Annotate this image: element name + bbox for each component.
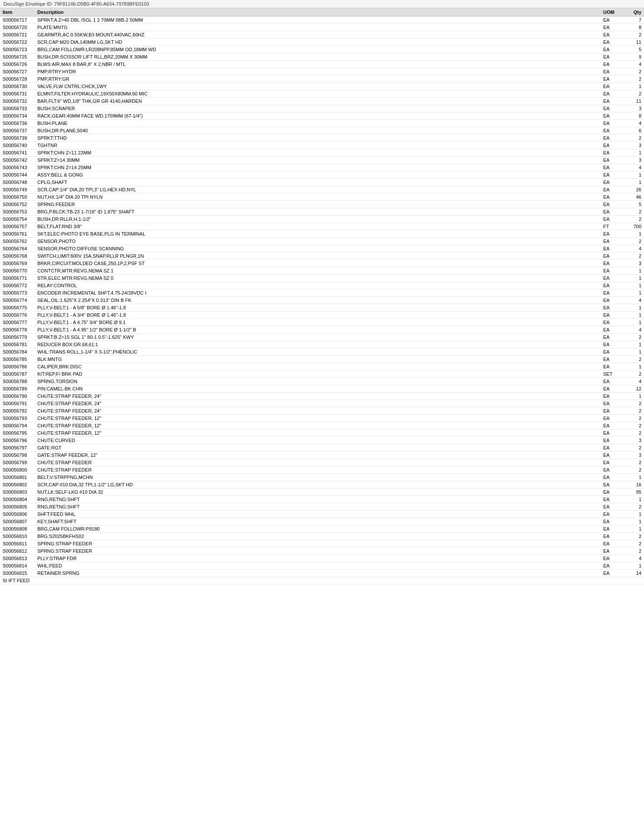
table-row: S00056761SKT,ELEC:PHOTO EYE BASE,PLG IN …: [0, 230, 644, 238]
cell-qty: 1: [622, 562, 644, 570]
cell-item: S00056803: [0, 489, 35, 496]
table-row: S00056770CONTCTR,MTR:REVG,NEMA SZ 1EA1: [0, 267, 644, 275]
cell-desc: SPRNG,TORSION: [35, 378, 601, 385]
cell-uom: [601, 577, 622, 584]
table-row: S00056788SPRNG,TORSIONEA4: [0, 378, 644, 385]
cell-desc: REDUCER BOX:GR,68,61:1: [35, 341, 601, 348]
cell-uom: EA: [601, 83, 622, 90]
cell-item: S00056779: [0, 334, 35, 341]
cell-item: S00056790: [0, 393, 35, 400]
cell-item: S00056771: [0, 275, 35, 282]
cell-desc: SHFT:FEED WHL: [35, 511, 601, 518]
cell-desc: SPRKT:TTHD: [35, 134, 601, 142]
cell-item: S00056791: [0, 400, 35, 407]
cell-desc: BLK:MNTG: [35, 356, 601, 363]
cell-desc: GATE:STRAP FEEDER, 12": [35, 452, 601, 459]
table-row: S00056737BUSH,DR:PLANE,5040EA6: [0, 127, 644, 134]
cell-item: S00056740: [0, 142, 35, 149]
cell-uom: EA: [601, 518, 622, 525]
cell-uom: EA: [601, 474, 622, 481]
cell-desc: BRKR,CIRCUIT:MOLDED CASE,250,1P,2,PSF ST: [35, 260, 601, 267]
table-row: S00056721GEARMTR,AC:0.55KW,B3 MOUNT,440V…: [0, 31, 644, 39]
cell-desc: NUT,HX:1/4" DIA 20 TPI NYLN: [35, 193, 601, 201]
cell-qty: 1: [622, 511, 644, 518]
cell-item: S00056764: [0, 245, 35, 253]
cell-item: S00056736: [0, 120, 35, 127]
cell-qty: 12: [622, 385, 644, 393]
cell-item: S00056744: [0, 171, 35, 179]
table-row: S00056815RETAINER:SPRNGEA14: [0, 570, 644, 577]
cell-uom: EA: [601, 134, 622, 142]
cell-qty: 2: [622, 422, 644, 430]
table-row: S00056725BUSH,DR:SCISSOR LIFT RLL,BRZ,20…: [0, 53, 644, 61]
cell-uom: EA: [601, 378, 622, 385]
table-row: S00056779SPRKT:B Z=15 SGL 1" 80-1 0.5"-1…: [0, 334, 644, 341]
cell-qty: 4: [622, 245, 644, 253]
cell-uom: EA: [601, 459, 622, 466]
cell-uom: EA: [601, 112, 622, 120]
table-row: S00056727PMP,RTRY:HYDREA2: [0, 68, 644, 75]
cell-item: S00056786: [0, 363, 35, 371]
cell-qty: 1: [622, 171, 644, 179]
cell-uom: EA: [601, 68, 622, 75]
cell-desc: CHUTE:STRAP FEEDER, 24": [35, 393, 601, 400]
cell-qty: 700: [622, 223, 644, 230]
cell-desc: BUSH,DR:SCISSOR LIFT RLL,BRZ,20MM X 30MM: [35, 53, 601, 61]
table-row: S00056734RACK,GEAR:40MM FACE WD,1709MM (…: [0, 112, 644, 120]
cell-desc: RNG,RETNG:SHFT: [35, 496, 601, 503]
cell-item: S00056811: [0, 540, 35, 548]
cell-item: S00056798: [0, 452, 35, 459]
cell-item: S00056799: [0, 459, 35, 466]
cell-desc: KEY,SHAFT:SHFT: [35, 518, 601, 525]
cell-qty: 2: [622, 548, 644, 555]
cell-item: S00056773: [0, 289, 35, 297]
cell-uom: EA: [601, 216, 622, 223]
cell-qty: 11: [622, 39, 644, 46]
cell-desc: BUSH:PLANE: [35, 120, 601, 127]
table-row: S00056771STR,ELEC.MTR:REVG,NEMA SZ 0EA1: [0, 275, 644, 282]
table-row: S00056768SWITCH,LIMIT:600V 15A,SNAP,RLLR…: [0, 253, 644, 260]
cell-item: S00056815: [0, 570, 35, 577]
cell-item: S00056785: [0, 356, 35, 363]
table-row: SI IFT FEED: [0, 577, 644, 584]
table-row: S00056808BRG,CAM FOLLOWR:P9180EA1: [0, 525, 644, 533]
table-header-row: Item Description UOM Qty: [0, 8, 644, 16]
cell-desc: SCR,CAP:M20 DIA,140MM LG,SKT HD: [35, 39, 601, 46]
cell-desc: BRG,P.BLCK:TB-23 1-7/16" ID 1.875" SHAFT: [35, 208, 601, 216]
cell-desc: BRG,CAM FOLLOWR:P9180: [35, 525, 601, 533]
cell-desc: SWITCH,LIMIT:600V 15A,SNAP,RLLR PLNGR,1N: [35, 253, 601, 260]
cell-qty: 8: [622, 112, 644, 120]
cell-qty: 1: [622, 348, 644, 356]
cell-item: S00056801: [0, 474, 35, 481]
cell-qty: 2: [622, 444, 644, 452]
cell-desc: STR,ELEC.MTR:REVG,NEMA SZ 0: [35, 275, 601, 282]
cell-uom: EA: [601, 533, 622, 540]
cell-desc: SCR,CAP:1/4" DIA,20 TPI,3" LG,HEX HD,NYL: [35, 186, 601, 193]
cell-qty: 2: [622, 371, 644, 378]
cell-qty: 2: [622, 31, 644, 39]
cell-qty: 3: [622, 142, 644, 149]
table-row: S00056781REDUCER BOX:GR,68,61:1EA1: [0, 341, 644, 348]
cell-item: S00056725: [0, 53, 35, 61]
cell-qty: 1: [622, 275, 644, 282]
table-row: S00056803NUT,LK:SELF-LKG #10 DIA 32EA95: [0, 489, 644, 496]
cell-item: S00056723: [0, 46, 35, 53]
cell-desc: SEAL,OIL:1.625"X 2.254"X 0.313" DIN B FK: [35, 297, 601, 304]
table-row: S00056805RNG,RETNG:SHFTEA2: [0, 503, 644, 511]
cell-item: S00056807: [0, 518, 35, 525]
cell-item: S00056720: [0, 24, 35, 31]
table-row: S00056806SHFT:FEED WHLEA1: [0, 511, 644, 518]
cell-item: S00056777: [0, 319, 35, 326]
cell-item: S00056804: [0, 496, 35, 503]
cell-item: S00056812: [0, 548, 35, 555]
cell-qty: 1: [622, 267, 644, 275]
table-row: S00056752SPRNG:FEEDEREA5: [0, 201, 644, 208]
cell-qty: 4: [622, 164, 644, 171]
cell-uom: EA: [601, 186, 622, 193]
cell-qty: 3: [622, 437, 644, 444]
cell-qty: 1: [622, 363, 644, 371]
cell-qty: 4: [622, 120, 644, 127]
cell-qty: 4: [622, 378, 644, 385]
cell-qty: 7: [622, 16, 644, 24]
cell-qty: 5: [622, 201, 644, 208]
